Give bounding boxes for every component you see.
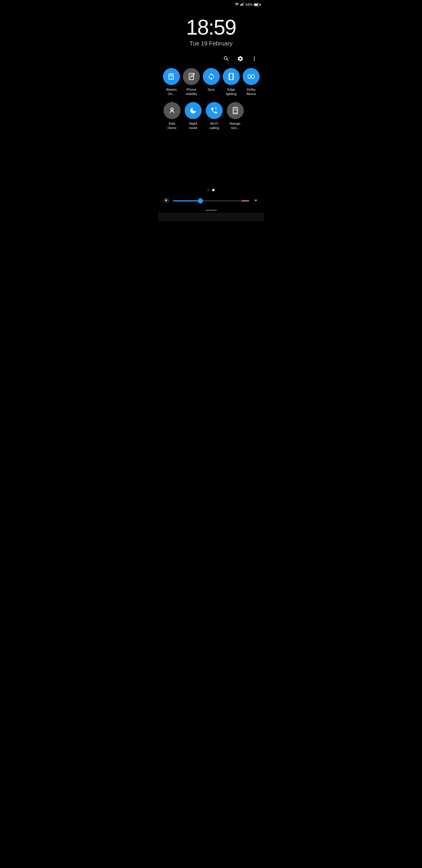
brightness-icon — [163, 197, 169, 205]
slider-fill-red — [241, 200, 249, 202]
svg-rect-1 — [240, 4, 241, 6]
svg-rect-4 — [242, 3, 243, 6]
navigation-icon — [227, 102, 244, 119]
svg-rect-5 — [244, 2, 244, 6]
svg-rect-17 — [252, 75, 254, 79]
svg-rect-15 — [232, 73, 233, 80]
navigation-label: Naviga-tion... — [229, 121, 241, 130]
slider-track — [173, 200, 249, 202]
sync-icon — [203, 68, 220, 85]
sync-label: Sync — [207, 87, 215, 92]
slider-thumb[interactable] — [198, 198, 203, 204]
qs-edge-lighting[interactable]: Edgelighting — [223, 68, 240, 96]
page-dot-2[interactable] — [212, 189, 215, 191]
kids-home-icon — [164, 102, 181, 119]
svg-rect-3 — [242, 3, 242, 6]
top-toolbar — [158, 50, 264, 65]
brightness-slider[interactable] — [173, 200, 249, 202]
home-bar[interactable] — [205, 210, 217, 211]
more-options-button[interactable] — [250, 55, 258, 63]
phone-visibility-label: Phonevisibility — [186, 87, 197, 96]
dolby-atmos-label: DolbyAtmos — [247, 87, 256, 96]
svg-line-33 — [168, 198, 168, 199]
wifi-calling-label: Wi-Ficalling — [209, 121, 219, 130]
dolby-icon — [242, 68, 260, 85]
home-bar-area — [158, 206, 264, 213]
svg-rect-7 — [170, 74, 173, 76]
svg-point-20 — [173, 108, 173, 109]
signal-icon — [240, 2, 245, 7]
svg-rect-22 — [234, 112, 237, 113]
settings-button[interactable] — [236, 55, 245, 63]
qs-row-1: AlwaysOn... Phonevisibility — [163, 68, 259, 96]
svg-point-19 — [171, 108, 171, 109]
night-mode-icon — [185, 102, 202, 119]
edge-lighting-icon — [223, 68, 240, 85]
always-on-label: AlwaysOn... — [166, 87, 177, 96]
page-dot-1[interactable] — [207, 189, 210, 191]
qs-always-on[interactable]: AlwaysOn... — [163, 68, 180, 96]
svg-rect-23 — [234, 108, 237, 109]
battery-icon — [254, 3, 260, 6]
svg-rect-16 — [248, 75, 251, 79]
svg-line-12 — [194, 74, 195, 74]
page-indicators — [158, 180, 264, 196]
svg-rect-2 — [241, 4, 242, 6]
qs-phone-visibility[interactable]: Phonevisibility — [183, 68, 200, 96]
wifi-calling-icon — [206, 102, 223, 119]
svg-rect-14 — [229, 73, 230, 80]
svg-rect-24 — [234, 110, 237, 110]
night-mode-label: Nightmode — [189, 121, 197, 130]
qs-night-mode[interactable]: Nightmode — [184, 102, 202, 130]
svg-point-8 — [171, 78, 172, 79]
svg-point-0 — [236, 5, 237, 6]
clock-time: 18:59 — [158, 17, 264, 38]
status-bar: 64% — [158, 0, 264, 8]
brightness-bar — [158, 196, 264, 206]
always-on-icon — [163, 68, 180, 85]
brightness-expand-button[interactable] — [253, 197, 259, 205]
qs-row-2: KidsHome Nightmode Wi-Ficalling — [163, 102, 259, 130]
clock-area: 18:59 Tue 19 February — [158, 8, 264, 50]
svg-line-34 — [164, 202, 165, 202]
status-icons: 64% — [234, 2, 260, 7]
qs-sync[interactable]: Sync — [203, 68, 220, 96]
phone-visibility-icon — [183, 68, 200, 85]
svg-line-31 — [164, 198, 165, 199]
svg-point-26 — [165, 199, 167, 201]
search-button[interactable] — [222, 55, 230, 63]
clock-date: Tue 19 February — [158, 40, 264, 47]
battery-percent: 64% — [246, 3, 253, 7]
edge-lighting-label: Edgelighting — [226, 87, 236, 96]
kids-home-label: KidsHome — [168, 121, 177, 130]
svg-line-32 — [168, 202, 168, 202]
wifi-icon — [234, 2, 239, 7]
qs-wifi-calling[interactable]: Wi-Ficalling — [205, 102, 223, 130]
qs-dolby-atmos[interactable]: DolbyAtmos — [242, 68, 260, 96]
svg-rect-25 — [234, 110, 237, 111]
qs-navigation[interactable]: Naviga-tion... — [226, 102, 245, 130]
qs-kids-home[interactable]: KidsHome — [163, 102, 181, 130]
bottom-nav — [158, 213, 264, 221]
quick-settings-grid: AlwaysOn... Phonevisibility — [158, 65, 264, 139]
